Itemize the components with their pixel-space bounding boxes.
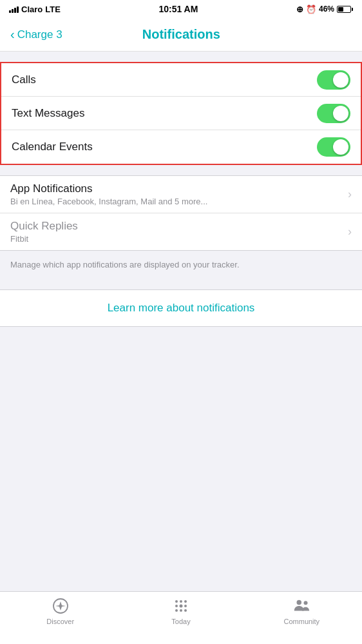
- app-notifications-content: App Notifications Bi en Línea, Facebook,…: [10, 182, 348, 206]
- quick-replies-chevron-icon: ›: [348, 225, 352, 239]
- svg-point-10: [184, 609, 187, 612]
- calls-row: Calls: [1, 63, 361, 97]
- svg-point-3: [180, 600, 182, 603]
- tab-community[interactable]: Community: [242, 597, 362, 625]
- text-messages-toggle[interactable]: [317, 104, 350, 123]
- discover-tab-label: Discover: [46, 618, 74, 625]
- back-button[interactable]: ‹ Charge 3: [10, 28, 62, 42]
- battery-icon: [337, 6, 353, 13]
- calls-toggle[interactable]: [317, 70, 350, 90]
- target-icon: ⊕: [296, 5, 303, 14]
- today-icon: [172, 597, 190, 615]
- quick-replies-subtitle: Fitbit: [10, 234, 348, 244]
- back-label: Charge 3: [17, 28, 62, 41]
- calendar-events-toggle[interactable]: [317, 137, 350, 157]
- discover-icon: [52, 597, 70, 615]
- calendar-events-row: Calendar Events: [1, 130, 361, 164]
- toggle-section: Calls Text Messages Calendar Events: [0, 62, 362, 165]
- app-notifications-chevron-icon: ›: [348, 188, 352, 201]
- app-notifications-subtitle: Bi en Línea, Facebook, Instagram, Mail a…: [10, 197, 348, 206]
- status-bar: Claro LTE 10:51 AM ⊕ ⏰ 46%: [0, 0, 362, 18]
- learn-more-link[interactable]: Learn more about notifications: [108, 302, 255, 314]
- carrier-label: Claro: [21, 5, 43, 14]
- status-left: Claro LTE: [9, 5, 61, 14]
- calls-label: Calls: [12, 73, 36, 86]
- quick-replies-content: Quick Replies Fitbit: [10, 220, 348, 244]
- text-messages-label: Text Messages: [12, 107, 84, 120]
- tab-discover[interactable]: Discover: [0, 597, 120, 625]
- svg-point-5: [175, 605, 178, 607]
- community-tab-label: Community: [284, 618, 320, 625]
- calendar-events-label: Calendar Events: [12, 141, 93, 153]
- app-notifications-row[interactable]: App Notifications Bi en Línea, Facebook,…: [0, 176, 362, 213]
- tab-bar: Discover Today: [0, 591, 362, 644]
- status-right: ⊕ ⏰ 46%: [296, 5, 353, 14]
- tab-today[interactable]: Today: [120, 597, 241, 625]
- network-label: LTE: [45, 5, 61, 14]
- page-title: Notifications: [62, 27, 300, 42]
- svg-point-2: [175, 600, 178, 603]
- svg-point-9: [180, 609, 182, 612]
- footer-info: Manage which app notifications are displ…: [0, 251, 362, 279]
- svg-point-8: [175, 609, 178, 612]
- text-messages-row: Text Messages: [1, 97, 361, 130]
- learn-more-section: Learn more about notifications: [0, 289, 362, 327]
- back-chevron-icon: ‹: [10, 27, 15, 42]
- svg-marker-1: [55, 601, 66, 610]
- community-icon: [292, 597, 310, 615]
- quick-replies-title: Quick Replies: [10, 220, 348, 233]
- status-time: 10:51 AM: [158, 4, 198, 14]
- svg-point-6: [179, 605, 182, 608]
- battery-label: 46%: [319, 5, 334, 14]
- quick-replies-row[interactable]: Quick Replies Fitbit ›: [0, 213, 362, 250]
- signal-icon: [9, 5, 19, 13]
- svg-point-12: [304, 601, 308, 605]
- svg-point-7: [184, 605, 187, 607]
- nav-section: App Notifications Bi en Línea, Facebook,…: [0, 175, 362, 251]
- alarm-icon: ⏰: [306, 5, 316, 14]
- svg-point-11: [297, 600, 301, 605]
- svg-point-4: [184, 600, 187, 603]
- nav-header: ‹ Charge 3 Notifications: [0, 18, 362, 52]
- app-notifications-title: App Notifications: [10, 182, 348, 195]
- today-tab-label: Today: [171, 618, 190, 625]
